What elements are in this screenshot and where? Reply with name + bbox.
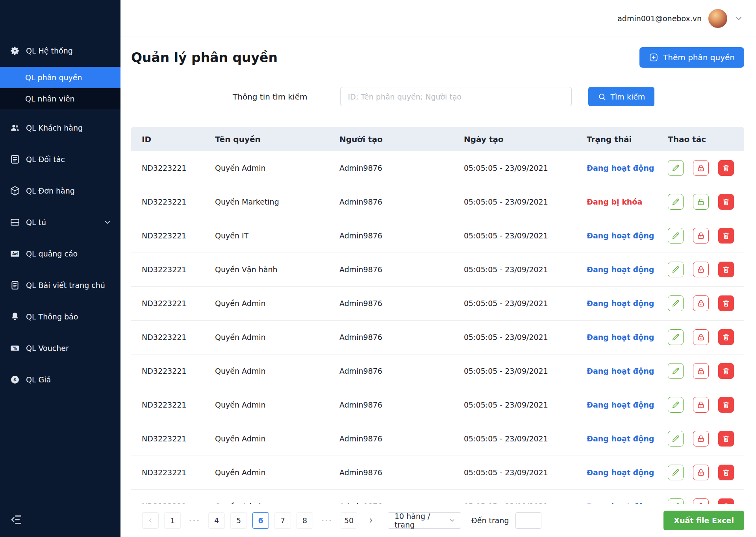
status-badge: Đang hoạt động <box>587 299 654 308</box>
edit-button[interactable] <box>668 329 684 345</box>
sidebar-subitem[interactable]: QL nhân viên <box>0 88 120 109</box>
delete-button[interactable] <box>718 431 734 447</box>
page-button-4[interactable]: 4 <box>208 512 225 529</box>
edit-button[interactable] <box>668 262 684 277</box>
lock-button[interactable] <box>693 363 709 379</box>
edit-button[interactable] <box>668 160 684 176</box>
per-page-select[interactable]: 10 hàng / trang <box>388 512 461 529</box>
pencil-icon <box>671 333 680 341</box>
lock-button[interactable] <box>693 160 709 176</box>
edit-button[interactable] <box>668 295 684 311</box>
delete-button[interactable] <box>718 295 734 311</box>
cell-status: Đang hoạt động <box>576 320 656 354</box>
sidebar-item[interactable]: %QL Voucher <box>0 335 120 361</box>
lock-button[interactable] <box>693 295 709 311</box>
previous-page-button[interactable] <box>142 512 159 529</box>
sidebar-item[interactable]: QL Bài viết trang chủ <box>0 272 120 298</box>
lock-button[interactable] <box>693 262 709 277</box>
cell-id: ND3223221 <box>131 422 204 456</box>
delete-button[interactable] <box>718 160 734 176</box>
lock-button[interactable] <box>693 465 709 480</box>
edit-button[interactable] <box>668 194 684 210</box>
page-title: Quản lý phân quyền <box>131 50 278 65</box>
chevron-down-icon <box>734 14 743 23</box>
cell-id: ND3223221 <box>131 354 204 388</box>
collapse-sidebar-button[interactable] <box>10 513 23 526</box>
table-row: ND3223221Quyền AdminAdmin987605:05:05 - … <box>131 422 744 456</box>
sidebar-item[interactable]: QL Đối tác <box>0 146 120 172</box>
svg-text:%: % <box>13 346 17 351</box>
chevron-right-icon <box>367 517 374 524</box>
status-badge: Đang hoạt động <box>587 468 654 477</box>
bell-icon <box>10 312 20 322</box>
page-button-8[interactable]: 8 <box>296 512 313 529</box>
delete-button[interactable] <box>718 363 734 379</box>
cell-status: Đang hoạt động <box>576 253 656 286</box>
col-header-id: ID <box>131 127 204 151</box>
delete-button[interactable] <box>718 262 734 277</box>
edit-button[interactable] <box>668 465 684 480</box>
search-button-label: Tìm kiếm <box>610 92 645 101</box>
partners-icon <box>10 154 20 164</box>
lock-button[interactable] <box>693 397 709 413</box>
delete-button[interactable] <box>718 397 734 413</box>
edit-button[interactable] <box>668 397 684 413</box>
lock-button[interactable] <box>693 431 709 447</box>
search-button[interactable]: Tìm kiếm <box>588 87 654 106</box>
sidebar-item[interactable]: QL Hệ thống <box>0 38 120 64</box>
page-button-6[interactable]: 6 <box>252 512 269 529</box>
cell-status: Đang bị khóa <box>576 185 656 219</box>
delete-button[interactable] <box>718 228 734 244</box>
cell-creator: Admin9876 <box>329 422 453 456</box>
edit-button[interactable] <box>668 431 684 447</box>
unlock-button[interactable] <box>693 194 709 210</box>
delete-button[interactable] <box>718 329 734 345</box>
orders-icon <box>10 186 20 196</box>
edit-button[interactable] <box>668 228 684 244</box>
pencil-icon <box>671 400 680 409</box>
cell-creator: Admin9876 <box>329 253 453 286</box>
add-permission-button[interactable]: Thêm phân quyền <box>639 47 744 68</box>
edit-button[interactable] <box>668 363 684 379</box>
pencil-icon <box>671 164 680 172</box>
next-page-button[interactable] <box>363 512 379 529</box>
table-header: ID Tên quyền Người tạo Ngày tạo Trạng th… <box>131 127 744 151</box>
sidebar-item-label: QL Bài viết trang chủ <box>26 281 105 290</box>
cell-status: Đang hoạt động <box>576 422 656 456</box>
cell-actions <box>656 388 744 422</box>
sidebar-item[interactable]: QL Thông báo <box>0 304 120 330</box>
sidebar-item[interactable]: AdQL quảng cáo <box>0 241 120 267</box>
price-icon: $ <box>10 375 20 385</box>
page-button-5[interactable]: 5 <box>230 512 247 529</box>
sidebar-item[interactable]: QL Đơn hàng <box>0 178 120 204</box>
table-row: ND3223221Quyền AdminAdmin987605:05:05 - … <box>131 320 744 354</box>
sidebar-item-label: QL Khách hàng <box>26 124 83 132</box>
page-button-1[interactable]: 1 <box>164 512 181 529</box>
sidebar-item[interactable]: $QL Giá <box>0 367 120 393</box>
cell-created: 05:05:05 - 23/09/2021 <box>453 185 576 219</box>
goto-page-input[interactable] <box>515 512 541 529</box>
page-button-7[interactable]: 7 <box>274 512 291 529</box>
lock-button[interactable] <box>693 329 709 345</box>
table-row: ND3223221Quyền Vận hànhAdmin987605:05:05… <box>131 253 744 286</box>
lock-button[interactable] <box>693 228 709 244</box>
app-root: QL Hệ thốngQL phân quyềnQL nhân viênQL K… <box>0 0 756 537</box>
avatar[interactable] <box>708 9 727 28</box>
delete-button[interactable] <box>718 194 734 210</box>
cell-created: 05:05:05 - 23/09/2021 <box>453 219 576 253</box>
search-input[interactable] <box>340 87 572 106</box>
sidebar-item[interactable]: QL tủ <box>0 209 120 235</box>
cell-status: Đang hoạt động <box>576 151 656 185</box>
user-menu[interactable]: admin001@onebox.vn <box>617 9 743 28</box>
sidebar-subitem[interactable]: QL phân quyền <box>0 67 120 88</box>
sidebar-item[interactable]: QL Khách hàng <box>0 115 120 141</box>
page-content: Quản lý phân quyền Thêm phân quyền Thông… <box>120 37 756 537</box>
export-excel-button[interactable]: Xuất file Excel <box>663 511 744 530</box>
page-button-50[interactable]: 50 <box>341 512 357 529</box>
delete-button[interactable] <box>718 465 734 480</box>
status-badge: Đang hoạt động <box>587 164 654 172</box>
cell-name: Quyền Admin <box>204 320 329 354</box>
lock-icon <box>697 265 705 274</box>
status-badge: Đang hoạt động <box>587 400 654 409</box>
sidebar-item-label: QL Giá <box>26 375 51 384</box>
